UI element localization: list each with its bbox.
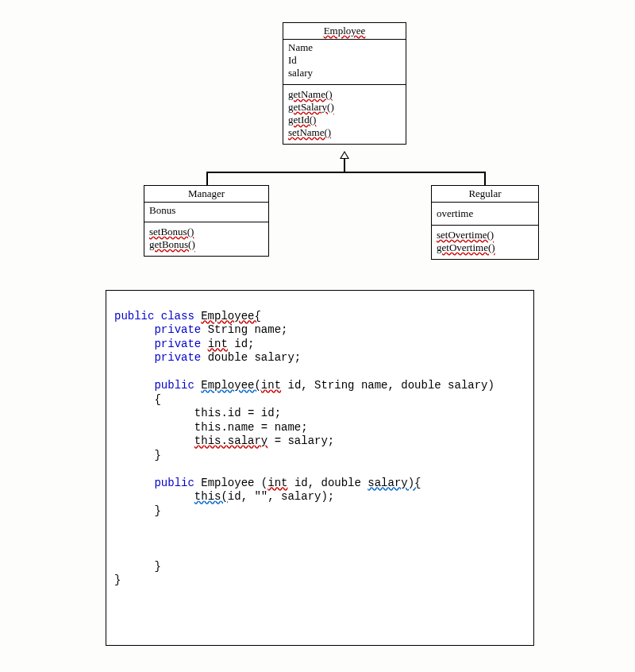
class-operations: setBonus() getBonus() <box>144 222 268 256</box>
class-attributes: overtime <box>432 203 538 226</box>
connector-line <box>206 172 486 173</box>
uml-class-regular: Regular overtime setOvertime() getOverti… <box>431 185 539 260</box>
op: getOvertime() <box>437 241 533 254</box>
code-text: id, String name, double salary) <box>281 379 495 392</box>
op: setBonus() <box>149 226 264 238</box>
class-operations: getName() getSalary() getId() setName() <box>283 85 406 144</box>
op: getBonus() <box>149 238 264 251</box>
code-text: public <box>154 379 201 392</box>
code-text: } <box>154 504 160 517</box>
code-text: double salary; <box>201 351 301 364</box>
code-text: salary){ <box>368 477 421 489</box>
class-attributes: Bonus <box>144 203 268 222</box>
code-text: String name; <box>201 323 287 336</box>
code-text: = salary; <box>267 434 334 447</box>
code-text: id; <box>228 338 255 350</box>
attr: salary <box>288 67 401 79</box>
code-text: private <box>154 338 207 350</box>
attr: Bonus <box>149 204 264 217</box>
code-text: int <box>208 338 228 350</box>
class-title: Regular <box>432 186 538 203</box>
code-text: Employee{ <box>201 310 261 322</box>
class-title: Manager <box>144 186 268 203</box>
code-text: int <box>261 379 281 392</box>
connector-line <box>206 172 208 185</box>
code-text: this.salary <box>194 434 267 447</box>
op: setOvertime() <box>437 229 533 241</box>
code-text: this.name = name; <box>194 421 308 434</box>
attr: Name <box>288 41 401 54</box>
connector-line <box>484 172 486 185</box>
code-text: private <box>154 351 201 364</box>
op: getId() <box>288 114 401 126</box>
code-text: int <box>267 477 287 489</box>
uml-class-employee: Employee Name Id salary getName() getSal… <box>283 22 406 145</box>
class-operations: setOvertime() getOvertime() <box>432 226 538 259</box>
code-text: this.id = id; <box>194 407 281 419</box>
class-attributes: Name Id salary <box>283 40 406 85</box>
code-text: } <box>154 449 160 462</box>
code-text: id, double <box>287 477 368 489</box>
code-text: Employee ( <box>194 477 267 489</box>
code-text: private <box>154 323 201 336</box>
code-block: public class Employee{ private String na… <box>106 290 534 646</box>
op: setName() <box>288 126 401 139</box>
inheritance-arrowhead <box>340 151 349 159</box>
code-text: public <box>154 477 194 489</box>
code-text: { <box>154 393 160 406</box>
uml-class-manager: Manager Bonus setBonus() getBonus() <box>144 185 269 257</box>
op: getName() <box>288 88 401 101</box>
op: getSalary() <box>288 101 401 114</box>
code-text: id, "", salary); <box>228 490 334 503</box>
attr: overtime <box>437 207 533 220</box>
class-title: Employee <box>283 23 406 40</box>
attr: Id <box>288 54 401 67</box>
code-text: } <box>114 574 121 586</box>
code-text: Employee( <box>201 379 261 392</box>
code-text: public class <box>114 310 201 322</box>
code-text: } <box>154 560 160 573</box>
code-text: this( <box>194 490 228 503</box>
